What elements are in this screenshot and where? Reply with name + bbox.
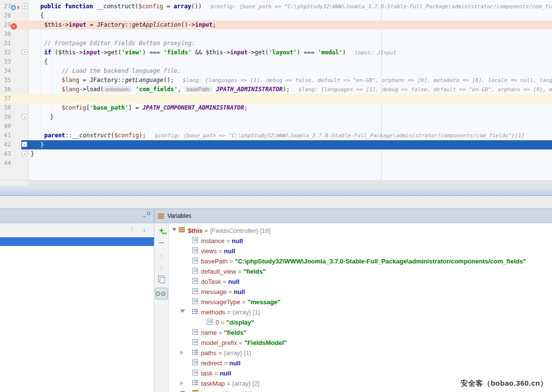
line-number: 32 [4,48,17,57]
inline-debug-hint: $config: {base_path => "C:\phpStudy32\WW… [210,3,552,10]
code-line-32[interactable]: 32▾if ($this->input->get('view') === 'fi… [0,48,552,57]
fold-marker[interactable]: ▾ [22,3,27,9]
debugger-body: ↑ ↓ + ─ ↑ ↓ $this = {FieldsController} [… [0,223,552,392]
variable-row-basePath[interactable]: 18basePath = "C:\phpStudy32\WWW\Joomla_3… [169,256,552,266]
variables-icon [158,213,164,219]
field-icon: 18 [192,258,198,263]
field-icon: 18 [192,339,198,345]
code-text: } [50,113,53,122]
fold-marker[interactable]: ▴ [22,114,27,119]
code-line-35[interactable]: 35$lang = JFactory::getLanguage();$lang:… [0,76,552,85]
line-number: 34 [4,66,17,76]
variable-row-message[interactable]: 18message = null [169,286,552,296]
code-line-41[interactable]: 41parent::__construct($config);$config: … [0,131,552,140]
array-icon [192,349,198,355]
inline-debug-hint: $lang: {languages => [1], debug => false… [299,86,552,93]
expand-icon[interactable] [180,350,184,355]
variable-row-input[interactable]: input = {JInput} [4] [169,388,552,392]
variable-text: input = {JInput} [4] [201,388,252,392]
code-text: $this->input = JFactory::getApplication(… [44,20,216,30]
code-line-31[interactable]: 31// Frontpage Editor Fields Button prox… [0,39,552,48]
code-line-36[interactable]: 36$lang->load(extension: 'com_fields', b… [0,85,552,94]
variable-row-name[interactable]: 18name = "fields" [169,327,552,337]
variable-row-0[interactable]: 180 = "display" [169,317,552,327]
code-line-29[interactable]: 29✔$this->input = JFactory::getApplicati… [0,20,552,30]
code-line-39[interactable]: 39▴} [0,113,552,122]
code-line-27[interactable]: 27↑▾public function __construct($config … [0,2,552,11]
duplicate-icon[interactable] [157,275,166,284]
code-text: parent::__construct($config);$config: {b… [44,131,524,140]
code-editor[interactable]: 27↑▾public function __construct($config … [0,0,552,180]
object-icon [179,227,185,232]
variable-row-instance[interactable]: 18instance = null [169,235,552,245]
code-line-28[interactable]: 28{ [0,11,552,20]
variable-text: $this = {FieldsController} [16] [188,225,270,236]
variable-row-model_prefix[interactable]: 18model_prefix = "FieldsModel" [169,337,552,347]
collapse-icon[interactable] [172,228,177,231]
code-line-34[interactable]: 34// Load the backend language file. [0,66,552,76]
code-text: $lang = JFactory::getLanguage();$lang: {… [62,76,552,85]
line-number: 42 [4,140,17,149]
variable-row-views[interactable]: 18views = null [169,245,552,256]
code-line-33[interactable]: 33{ [0,57,552,66]
line-number: 30 [4,30,17,39]
frame-down-icon[interactable]: ↓ [143,226,147,233]
line-number: 33 [4,57,17,66]
fold-marker[interactable]: ▾ [22,49,27,55]
splitter-band[interactable] [0,186,552,196]
code-line-38[interactable]: 38$config['base_path'] = JPATH_COMPONENT… [0,103,552,113]
debug-toolbar-band [0,196,552,209]
variable-row-paths[interactable]: paths = {array} [1] [169,347,552,358]
variables-tab[interactable]: Variables [154,209,552,223]
variable-row-doTask[interactable]: 18doTask = null [169,276,552,286]
variable-row-methods[interactable]: methods = {array} [1] [169,307,552,317]
field-icon: 18 [192,359,198,365]
code-line-40[interactable]: 40 [0,122,552,131]
line-number: 39 [4,113,17,122]
variable-row-messageType[interactable]: 18messageType = "message" [169,296,552,307]
frames-panel[interactable]: ↑ ↓ [0,223,154,392]
code-line-42[interactable]: 42▴} [0,140,552,149]
field-icon: 18 [192,237,198,243]
fold-marker[interactable]: ▴ [22,151,27,156]
collapse-icon[interactable] [180,310,185,313]
code-line-43[interactable]: 43▴} [0,149,552,159]
variable-row-task[interactable]: 18task = null [169,368,552,378]
method-marker-icon[interactable]: ↑ [11,3,20,10]
expand-icon[interactable] [180,381,184,386]
variables-title: Variables [167,212,191,219]
show-watches-icon[interactable] [155,288,168,299]
frame-up-icon[interactable]: ↑ [130,226,134,233]
move-down-icon[interactable]: ↓ [157,262,166,271]
pin-icon[interactable]: → [140,212,150,220]
fold-marker[interactable]: ▴ [22,142,27,147]
variables-tree[interactable]: $this = {FieldsController} [16]18instanc… [169,223,552,392]
code-text: { [44,57,48,66]
watermark: 安全客（bobao.360.cn） [461,379,548,388]
code-text: if ($this->input->get('view') === 'field… [44,48,397,57]
array-icon [192,309,198,314]
variable-text: messageType = "message" [201,296,281,307]
array-icon [192,380,198,386]
variable-row-default_view[interactable]: 18default_view = "fields" [169,266,552,276]
line-number: 40 [4,122,17,131]
variable-row-this[interactable]: $this = {FieldsController} [16] [169,225,552,235]
editor-horizontal-scrollbar[interactable] [0,180,552,186]
remove-watch-icon[interactable]: ─ [157,238,166,247]
line-number: 36 [4,85,17,94]
variable-row-redirect[interactable]: 18redirect = null [169,358,552,368]
breakpoint-hit-icon[interactable]: ✔ [11,21,20,29]
selected-frame-row[interactable] [0,237,154,246]
add-watch-icon[interactable]: + [157,226,166,235]
code-line-44[interactable]: 44 [0,159,552,168]
variable-text: views = null [201,245,235,256]
field-icon: 18 [192,278,198,284]
code-line-30[interactable]: 30 [0,30,552,39]
field-icon: 18 [207,319,213,325]
frames-toolbar: ↑ ↓ [0,223,154,236]
code-text: // Frontpage Editor Fields Button proxyi… [44,39,195,48]
code-line-37[interactable]: 37 [0,94,552,103]
field-icon: 18 [192,329,198,335]
code-text: $config['base_path'] = JPATH_COMPONENT_A… [62,103,248,113]
move-up-icon[interactable]: ↑ [157,251,166,260]
